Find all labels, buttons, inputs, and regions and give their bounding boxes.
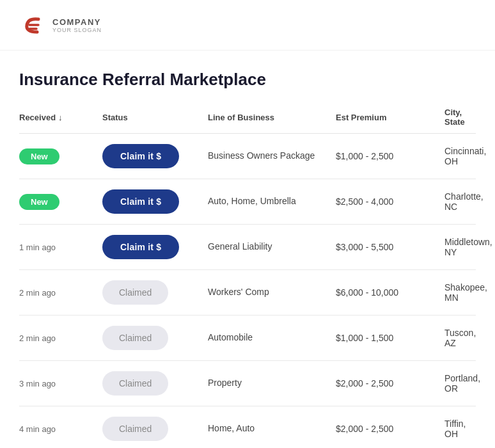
est-premium-text: $2,000 - 2,500	[336, 424, 393, 434]
cell-est-premium: $1,000 - 1,500	[336, 333, 444, 343]
cell-received: 2 min ago	[19, 333, 102, 343]
cell-status: Claimed	[102, 371, 208, 396]
time-text: 1 min ago	[19, 243, 56, 252]
cell-line-of-business: Business Owners Package	[208, 150, 336, 163]
table-body: NewClaim it $Business Owners Package$1,0…	[19, 134, 476, 448]
time-text: 2 min ago	[19, 288, 56, 298]
line-of-business-text: Home, Auto	[208, 422, 255, 435]
badge-new: New	[19, 148, 59, 164]
page-title: Insurance Referral Marketplace	[19, 70, 476, 90]
table-container: Received ↓ Status Line of Business Est P…	[19, 108, 476, 448]
city-state-text: Charlotte, NC	[444, 191, 483, 212]
est-premium-text: $6,000 - 10,000	[336, 287, 398, 298]
cell-status: Claimed	[102, 280, 208, 305]
cell-city-state: Tiffin, OH	[444, 419, 476, 439]
cell-city-state: Middletown, NY	[444, 237, 492, 257]
table-row: 2 min agoClaimedWorkers' Comp$6,000 - 10…	[19, 270, 476, 316]
city-state-text: Shakopee, MN	[444, 282, 487, 303]
cell-est-premium: $2,000 - 2,500	[336, 378, 444, 388]
est-premium-text: $3,000 - 5,500	[336, 242, 393, 252]
logo-text: COMPANY YOUR SLOGAN	[52, 17, 102, 33]
line-of-business-text: Business Owners Package	[208, 150, 315, 163]
col-line-of-business: Line of Business	[208, 108, 336, 127]
cell-status: Claimed	[102, 417, 208, 441]
cell-city-state: Shakopee, MN	[444, 282, 487, 303]
col-status: Status	[102, 108, 208, 127]
line-of-business-text: General Liability	[208, 241, 272, 253]
city-state-text: Tuscon, AZ	[444, 328, 476, 348]
table-row: 2 min agoClaimedAutomobile$1,000 - 1,500…	[19, 316, 476, 361]
time-text: 2 min ago	[19, 333, 56, 343]
cell-city-state: Cincinnati, OH	[444, 146, 486, 166]
est-premium-text: $2,000 - 2,500	[336, 378, 393, 388]
cell-est-premium: $1,000 - 2,500	[336, 151, 444, 161]
city-state-text: Middletown, NY	[444, 237, 492, 257]
est-premium-text: $1,000 - 2,500	[336, 151, 393, 161]
line-of-business-text: Automobile	[208, 332, 253, 344]
cell-line-of-business: Property	[208, 377, 336, 390]
claimed-button: Claimed	[102, 371, 168, 396]
table-row: 4 min agoClaimedHome, Auto$2,000 - 2,500…	[19, 406, 476, 448]
table-row: NewClaim it $Auto, Home, Umbrella$2,500 …	[19, 179, 476, 225]
logo-icon	[19, 12, 46, 38]
line-of-business-text: Workers' Comp	[208, 286, 269, 299]
cell-received: 1 min ago	[19, 243, 102, 252]
cell-received: 2 min ago	[19, 288, 102, 298]
time-text: 3 min ago	[19, 379, 56, 388]
line-of-business-text: Auto, Home, Umbrella	[208, 195, 296, 208]
table-row: NewClaim it $Business Owners Package$1,0…	[19, 134, 476, 179]
table-row: 1 min agoClaim it $General Liability$3,0…	[19, 225, 476, 270]
cell-est-premium: $6,000 - 10,000	[336, 287, 444, 298]
cell-est-premium: $3,000 - 5,500	[336, 242, 444, 252]
cell-received: New	[19, 194, 102, 210]
cell-received: 3 min ago	[19, 379, 102, 388]
cell-city-state: Tuscon, AZ	[444, 328, 476, 348]
time-text: 4 min ago	[19, 424, 56, 434]
company-name: COMPANY	[52, 17, 102, 27]
claim-button[interactable]: Claim it $	[102, 144, 179, 168]
cell-status: Claim it $	[102, 144, 208, 168]
cell-status: Claimed	[102, 326, 208, 350]
claim-button[interactable]: Claim it $	[102, 189, 179, 214]
header: COMPANY YOUR SLOGAN	[0, 0, 495, 51]
cell-line-of-business: Automobile	[208, 332, 336, 344]
cell-est-premium: $2,000 - 2,500	[336, 424, 444, 434]
cell-line-of-business: Home, Auto	[208, 422, 336, 435]
city-state-text: Tiffin, OH	[444, 419, 476, 439]
cell-city-state: Charlotte, NC	[444, 191, 483, 212]
cell-received: New	[19, 148, 102, 164]
cell-line-of-business: Auto, Home, Umbrella	[208, 195, 336, 208]
table-row: 3 min agoClaimedProperty$2,000 - 2,500Po…	[19, 361, 476, 406]
cell-city-state: Portland, OR	[444, 373, 480, 394]
claimed-button: Claimed	[102, 417, 168, 441]
cell-line-of-business: General Liability	[208, 241, 336, 253]
city-state-text: Cincinnati, OH	[444, 146, 486, 166]
claimed-button: Claimed	[102, 326, 168, 350]
city-state-text: Portland, OR	[444, 373, 480, 394]
company-slogan: YOUR SLOGAN	[52, 27, 102, 33]
cell-est-premium: $2,500 - 4,000	[336, 196, 444, 207]
table-header: Received ↓ Status Line of Business Est P…	[19, 108, 476, 134]
cell-received: 4 min ago	[19, 424, 102, 434]
sort-icon[interactable]: ↓	[58, 113, 63, 122]
col-est-premium: Est Premium	[336, 108, 444, 127]
cell-status: Claim it $	[102, 235, 208, 259]
badge-new: New	[19, 194, 59, 210]
line-of-business-text: Property	[208, 377, 242, 390]
claim-button[interactable]: Claim it $	[102, 235, 179, 259]
est-premium-text: $2,500 - 4,000	[336, 196, 393, 207]
cell-line-of-business: Workers' Comp	[208, 286, 336, 299]
cell-status: Claim it $	[102, 189, 208, 214]
main-content: Insurance Referral Marketplace Received …	[0, 51, 495, 448]
claimed-button: Claimed	[102, 280, 168, 305]
col-city-state: City, State	[444, 108, 476, 127]
est-premium-text: $1,000 - 1,500	[336, 333, 393, 343]
col-received: Received ↓	[19, 108, 102, 127]
